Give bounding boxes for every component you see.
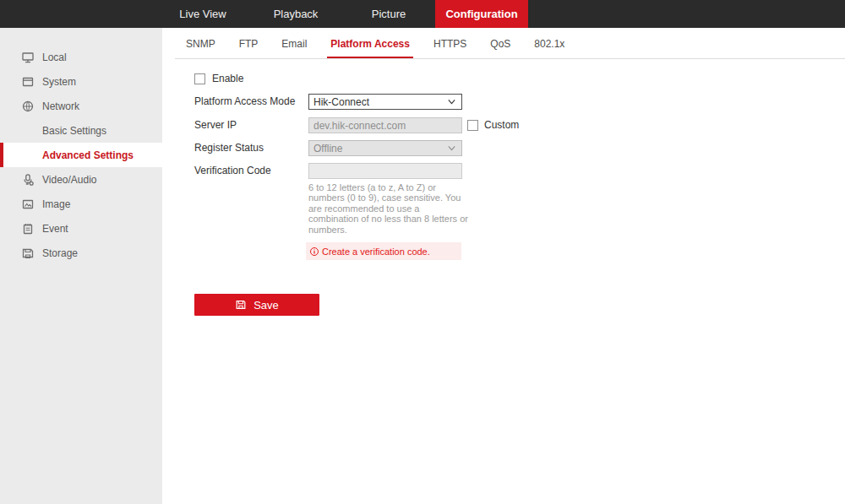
platform-access-mode-select[interactable]: Hik-Connect xyxy=(308,94,462,110)
sidebar-item-event[interactable]: Event xyxy=(0,216,162,241)
tab-ftp[interactable]: FTP xyxy=(237,30,260,57)
sidebar-item-label: Advanced Settings xyxy=(42,149,134,161)
custom-label: Custom xyxy=(484,117,519,133)
top-bar: Live View Playback Picture Configuration xyxy=(0,0,845,28)
monitor-icon xyxy=(21,51,35,64)
tab-platform-access[interactable]: Platform Access xyxy=(329,30,412,57)
sidebar-item-label: Storage xyxy=(42,247,78,259)
sidebar-item-label: Local xyxy=(42,51,67,63)
verification-code-hint: 6 to 12 letters (a to z, A to Z) or numb… xyxy=(308,182,469,235)
floppy-icon xyxy=(21,247,35,260)
tab-qos[interactable]: QoS xyxy=(488,30,512,57)
chevron-down-icon xyxy=(446,143,457,154)
selected-value: Hik-Connect xyxy=(313,96,446,108)
platform-access-mode-label: Platform Access Mode xyxy=(194,94,295,110)
register-status-select: Offline xyxy=(308,140,462,156)
sidebar-item-image[interactable]: Image xyxy=(0,192,162,216)
custom-checkbox[interactable] xyxy=(467,120,478,131)
enable-label: Enable xyxy=(212,71,243,87)
notepad-icon xyxy=(21,222,35,236)
nav-picture[interactable]: Picture xyxy=(342,0,435,28)
main-content: SNMP FTP Email Platform Access HTTPS QoS… xyxy=(162,28,845,504)
sidebar-item-storage[interactable]: Storage xyxy=(0,241,162,265)
warning-text: Create a verification code. xyxy=(322,247,430,257)
settings-tabstrip: SNMP FTP Email Platform Access HTTPS QoS… xyxy=(175,28,845,59)
top-nav: Live View Playback Picture Configuration xyxy=(156,0,528,28)
sidebar-item-label: Basic Settings xyxy=(42,125,106,137)
sidebar: Local System Network Basic Settings Adva… xyxy=(0,28,162,504)
verification-code-input[interactable] xyxy=(308,163,462,179)
selected-value: Offline xyxy=(313,143,446,154)
sidebar-item-label: System xyxy=(42,76,76,88)
sidebar-item-label: Network xyxy=(42,100,79,112)
save-button[interactable]: Save xyxy=(194,294,319,316)
save-icon xyxy=(235,299,247,311)
sidebar-item-label: Event xyxy=(42,223,68,235)
enable-checkbox[interactable] xyxy=(194,73,205,84)
tab-email[interactable]: Email xyxy=(280,30,308,57)
tab-https[interactable]: HTTPS xyxy=(432,30,468,57)
microphone-icon xyxy=(21,173,35,187)
window-icon xyxy=(21,75,35,89)
nav-configuration[interactable]: Configuration xyxy=(435,0,528,28)
info-icon xyxy=(309,247,319,257)
sidebar-item-video-audio[interactable]: Video/Audio xyxy=(0,167,162,192)
globe-icon xyxy=(21,100,35,113)
chevron-down-icon xyxy=(446,96,457,107)
register-status-label: Register Status xyxy=(194,140,264,156)
sidebar-item-network[interactable]: Network xyxy=(0,94,162,118)
sidebar-item-label: Video/Audio xyxy=(42,174,97,186)
sidebar-item-basic-settings[interactable]: Basic Settings xyxy=(0,118,162,143)
tab-8021x[interactable]: 802.1x xyxy=(532,30,566,57)
warning-banner: Create a verification code. xyxy=(306,242,461,260)
server-ip-input xyxy=(308,117,462,133)
nav-live-view[interactable]: Live View xyxy=(156,0,249,28)
verification-code-label: Verification Code xyxy=(194,163,271,179)
server-ip-label: Server IP xyxy=(194,117,237,133)
sidebar-item-advanced-settings[interactable]: Advanced Settings xyxy=(0,143,162,167)
sidebar-item-label: Image xyxy=(42,198,70,210)
sidebar-item-local[interactable]: Local xyxy=(0,45,162,69)
image-icon xyxy=(21,198,35,211)
nav-playback[interactable]: Playback xyxy=(249,0,342,28)
tab-snmp[interactable]: SNMP xyxy=(184,30,217,57)
save-button-label: Save xyxy=(254,299,279,312)
sidebar-item-system[interactable]: System xyxy=(0,69,162,94)
